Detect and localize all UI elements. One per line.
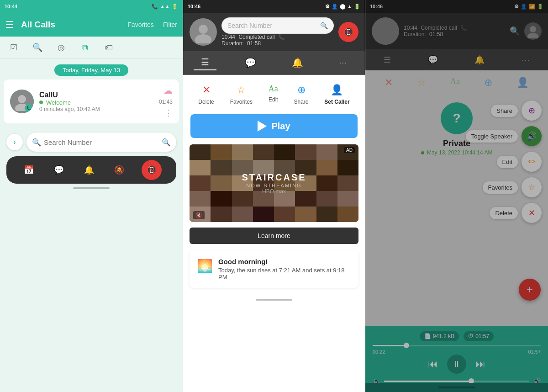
time-start: 00:22 [373, 349, 385, 355]
set-caller-action[interactable]: 👤 Set Caller [324, 84, 349, 105]
search-icon-right: 🔍 [162, 138, 171, 147]
search-expand-btn[interactable]: › [6, 134, 23, 150]
wifi-icon: ▲▲ [160, 4, 170, 9]
favorites-tab[interactable]: Favorites [127, 21, 154, 28]
right-bell-icon[interactable]: 🔔 [468, 53, 491, 67]
ad-container: STAIRCASE NOW STREAMING HBO max AD 🔇 [190, 144, 358, 222]
fab-speaker-button[interactable]: 🔊 [522, 126, 542, 146]
svg-point-5 [377, 33, 394, 42]
play-button[interactable]: Play [190, 114, 358, 138]
caller-name: CallU [39, 91, 153, 99]
svg-point-4 [381, 24, 390, 33]
home-indicator-mid [183, 295, 365, 304]
fab-speaker-item: Toggle Speaker 🔊 [466, 126, 542, 146]
mute-icon[interactable]: 🔕 [111, 162, 127, 178]
share-icon: ⊕ [297, 84, 306, 96]
ad-title: STAIRCASE [242, 172, 306, 183]
fab-menu: Share ⊕ Toggle Speaker 🔊 Edit ✏ Favorite… [466, 101, 542, 223]
right-list-icon[interactable]: ☰ [377, 53, 397, 67]
rewind-button[interactable]: ⏮ [428, 358, 438, 370]
call-item[interactable]: 📞 CallU Welcome 0 minutes ago, 10:42 AM … [4, 79, 179, 123]
search-bar-left-icon: 🔍 [32, 138, 41, 147]
pause-button[interactable]: ⏸ [447, 355, 466, 374]
bell-icon[interactable]: 🔔 [81, 162, 97, 178]
fab-delete-button[interactable]: ✕ [522, 203, 542, 223]
set-caller-icon: 👤 [331, 84, 343, 96]
mid-search-input[interactable]: Search Number 🔍 [221, 17, 334, 34]
play-triangle-icon [258, 121, 267, 132]
mid-status-bar: 10:46 ⚙ 👤 ⬤ ▲ 🔋 [183, 0, 365, 13]
share-fab-icon: ⊕ [528, 106, 535, 116]
fab-plus-button[interactable]: + [519, 279, 541, 301]
search-number-input[interactable] [44, 138, 162, 146]
left-toolbar: ☑ 🔍 ◎ ⧉ 🏷 [0, 37, 183, 59]
battery-icon: 🔋 [172, 4, 178, 10]
clock-icon: ⏱ [468, 333, 474, 339]
volume-bar[interactable] [384, 381, 529, 382]
right-battery-icon: 🔋 [537, 4, 543, 10]
fab-delete-label: Delete [490, 207, 518, 219]
delete-label: Delete [198, 99, 214, 105]
edit-icon: Aa [269, 84, 278, 94]
fab-fav-button[interactable]: ☆ [522, 177, 542, 197]
mid-more-icon[interactable]: ⋯ [332, 56, 354, 69]
mute-ad-icon[interactable]: 🔇 [193, 211, 205, 219]
edit-action[interactable]: Aa Edit [269, 84, 278, 105]
message-icon[interactable]: 💬 [51, 162, 67, 178]
tag-icon[interactable]: 🏷 [101, 40, 116, 55]
file-icon: 📄 [424, 333, 431, 339]
hamburger-icon[interactable]: ☰ [5, 19, 14, 30]
fab-edit-label: Edit [497, 156, 518, 168]
player-timeline[interactable] [373, 345, 541, 346]
fab-edit-button[interactable]: ✏ [522, 152, 542, 172]
right-chat-icon[interactable]: 💬 [422, 53, 444, 67]
calendar-icon[interactable]: 📅 [21, 162, 37, 178]
right-header: 10:44 Completed call 📞 Duration: 01:58 🔍 [365, 13, 548, 49]
delete-icon: ✕ [202, 84, 211, 96]
right-share-action: ⊕ [484, 77, 492, 89]
delete-action[interactable]: ✕ Delete [198, 84, 214, 105]
speaker-fab-icon: 🔊 [527, 131, 537, 141]
right-signal-icon: 📶 [529, 4, 535, 10]
copy-icon[interactable]: ⧉ [78, 40, 92, 55]
right-delete-icon: ✕ [385, 77, 393, 89]
favorites-action[interactable]: ☆ Favorites [230, 84, 253, 105]
right-share-icon: ⊕ [484, 77, 492, 89]
ad-label: AD [344, 147, 355, 153]
red-phone-button[interactable]: 📵 [142, 160, 162, 180]
home-indicator-left [0, 184, 183, 193]
mid-bell-icon[interactable]: 🔔 [285, 55, 311, 70]
edit-label: Edit [269, 96, 278, 103]
right-edit-action: Aa [450, 77, 460, 89]
duration-stat: ⏱ 01:57 [464, 331, 494, 341]
action-grid: ✕ Delete ☆ Favorites Aa Edit ⊕ Share 👤 S… [183, 75, 365, 112]
right-search-icon[interactable]: 🔍 [510, 26, 520, 36]
forward-button[interactable]: ⏭ [475, 358, 485, 370]
left-time: 10:44 [5, 4, 17, 9]
target-icon[interactable]: ◎ [54, 40, 68, 55]
delete-fab-icon: ✕ [528, 208, 535, 218]
player-controls: ⏮ ⏸ ⏭ [373, 355, 541, 374]
right-more-icon[interactable]: ⋯ [515, 53, 536, 67]
share-action[interactable]: ⊕ Share [294, 84, 309, 105]
fab-share-button[interactable]: ⊕ [522, 101, 542, 121]
mid-red-phone-btn[interactable]: 📵 [338, 22, 358, 42]
mid-list-icon[interactable]: ☰ [194, 55, 216, 70]
right-status-bar: 10:46 ⚙ 👤 📶 🔋 [365, 0, 548, 13]
filter-tab[interactable]: Filter [163, 21, 177, 28]
call-right: ☁ 01:43 ⋮ [159, 85, 173, 118]
search-icon[interactable]: 🔍 [30, 40, 45, 55]
more-options-icon[interactable]: ⋮ [164, 108, 173, 118]
time-end: 01:57 [528, 349, 541, 355]
date-badge-container: Today, Friday, May 13 [0, 64, 183, 76]
learn-more-button[interactable]: Learn more [190, 228, 358, 244]
call-duration: 01:43 [159, 99, 173, 105]
left-status-icons: 📞 ▲▲ 🔋 [152, 4, 178, 10]
ad-subtitle: NOW STREAMING [242, 183, 306, 188]
call-type-icon: 📞 [25, 104, 33, 112]
mid-chat-icon[interactable]: 💬 [237, 55, 263, 70]
check-icon[interactable]: ☑ [6, 40, 21, 55]
svg-point-3 [195, 34, 211, 43]
mid-battery-icon: 🔋 [354, 4, 360, 10]
morning-title: Good morning! [218, 258, 351, 265]
